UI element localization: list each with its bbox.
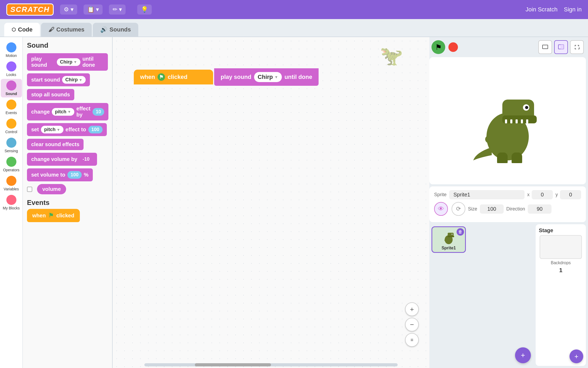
- save-btn[interactable]: 📋 ▾: [84, 5, 103, 15]
- start-sound-name: Chirp: [65, 77, 78, 83]
- right-section: ⚑: [429, 37, 588, 368]
- stop-btn[interactable]: [448, 42, 458, 52]
- block-set-volume[interactable]: set volume to 100 %: [27, 168, 93, 181]
- small-stage-btn[interactable]: [538, 40, 552, 54]
- x-field[interactable]: 0: [532, 190, 553, 199]
- join-scratch-link[interactable]: Join Scratch: [526, 6, 558, 13]
- looks-label: Looks: [6, 73, 16, 77]
- direction-field[interactable]: 90: [528, 204, 552, 214]
- block-event-hat[interactable]: when ⚑ clicked: [27, 209, 80, 222]
- effect-name: pitch: [55, 109, 66, 115]
- sidebar-item-looks[interactable]: Looks: [1, 60, 22, 78]
- h-scrollbar-thumb[interactable]: [195, 363, 271, 366]
- fullscreen-btn[interactable]: [570, 40, 584, 54]
- sidebar-item-operators[interactable]: Operators: [1, 155, 22, 174]
- sign-in-link[interactable]: Sign in: [564, 6, 582, 13]
- zoom-controls: + − ≡: [405, 302, 419, 347]
- sprite1-delete[interactable]: 🗑: [457, 228, 464, 236]
- backdrops-count: 1: [559, 267, 562, 274]
- y-field[interactable]: 0: [560, 190, 581, 199]
- code-sound-block[interactable]: play sound Chirp ▼ until done: [214, 68, 319, 86]
- block-change-effect[interactable]: change pitch ▼ effect by 10: [27, 103, 108, 120]
- h-scrollbar[interactable]: [144, 363, 398, 366]
- block-change-volume[interactable]: change volume by -10: [27, 153, 97, 166]
- show-btn[interactable]: 👁: [434, 202, 448, 216]
- sprite-label: Sprite: [434, 192, 447, 198]
- code-canvas[interactable]: 🦖 when ⚑ clicked play sound Chirp ▼ unti…: [113, 37, 429, 368]
- playback-controls: ⚑: [431, 40, 458, 54]
- size-field[interactable]: 100: [480, 204, 504, 214]
- hat-block[interactable]: when ⚑ clicked: [134, 70, 213, 84]
- sidebar-item-events[interactable]: Events: [1, 98, 22, 116]
- sidebar-item-motion[interactable]: Motion: [1, 41, 22, 59]
- start-sound-pill[interactable]: Chirp ▼: [62, 76, 86, 84]
- block-stop-sounds[interactable]: stop all sounds: [27, 89, 74, 100]
- volume-reporter[interactable]: volume: [37, 184, 66, 194]
- flag-icon: ⚑: [48, 212, 54, 219]
- sound-label: Sound: [6, 92, 17, 96]
- green-flag-btn[interactable]: ⚑: [431, 40, 445, 54]
- costumes-icon: 🖌: [48, 26, 54, 33]
- sound-dot: [6, 80, 16, 91]
- set-effect-arrow: ▼: [57, 128, 60, 132]
- add-sprite-btn[interactable]: +: [515, 347, 531, 363]
- tutorial-btn[interactable]: 💡: [137, 5, 152, 15]
- svg-point-22: [452, 234, 452, 235]
- zoom-in-btn[interactable]: +: [405, 302, 419, 316]
- volume-set-value[interactable]: 100: [67, 171, 82, 179]
- when-text: when: [32, 213, 46, 219]
- tab-costumes[interactable]: 🖌 Costumes: [41, 23, 92, 37]
- tab-costumes-label: Costumes: [56, 26, 84, 33]
- bottom-row: 🗑 Sprite1 + Stage: [429, 224, 586, 366]
- sprite1-thumb[interactable]: 🗑 Sprite1: [431, 226, 466, 253]
- sidebar-item-variables[interactable]: Variables: [1, 174, 22, 193]
- volume-checkbox[interactable]: [27, 187, 32, 192]
- myblocks-label: My Blocks: [3, 206, 20, 210]
- change-vol-text: change volume by: [31, 156, 77, 162]
- events-dot: [6, 100, 16, 110]
- hide-btn[interactable]: ⟳: [452, 202, 465, 216]
- sidebar-item-sensing[interactable]: Sensing: [1, 136, 22, 155]
- sidebar-item-control[interactable]: Control: [1, 117, 22, 136]
- visibility-toggle: 👁 ⟳: [434, 202, 465, 216]
- sprite-name-row: Sprite Sprite1 x 0 y 0: [434, 190, 581, 199]
- effect-value[interactable]: 10: [93, 108, 104, 116]
- set-effect-value[interactable]: 100: [88, 126, 103, 133]
- sidebar-item-myblocks[interactable]: My Blocks: [1, 193, 22, 212]
- block-clear-effects[interactable]: clear sound effects: [27, 139, 84, 150]
- block-event-hat-row: when ⚑ clicked: [27, 209, 108, 222]
- scratch-logo[interactable]: SCRATCH: [6, 3, 54, 16]
- add-backdrop-btn[interactable]: +: [569, 349, 583, 363]
- code-block-stack[interactable]: when ⚑ clicked play sound Chirp ▼ until …: [134, 69, 319, 86]
- stage-view: [429, 57, 586, 184]
- svg-rect-7: [510, 119, 512, 123]
- settings-btn[interactable]: ⚙ ▾: [60, 5, 77, 15]
- size-label: Size: [468, 206, 477, 212]
- block-play-sound-until[interactable]: play sound Chirp ▼ until done: [27, 53, 108, 71]
- zoom-out-btn[interactable]: −: [405, 318, 419, 331]
- variables-label: Variables: [4, 187, 19, 191]
- normal-stage-btn[interactable]: [554, 40, 568, 54]
- sound-name-pill[interactable]: Chirp ▼: [57, 58, 80, 66]
- when-hat-text: when: [140, 74, 155, 80]
- stage-dino-svg: [471, 78, 545, 163]
- code-area[interactable]: 🦖 when ⚑ clicked play sound Chirp ▼ unti…: [113, 37, 429, 368]
- events-section-title: Events: [27, 199, 108, 207]
- volume-change-value[interactable]: -10: [80, 155, 93, 163]
- svg-point-12: [525, 106, 528, 109]
- edit-btn[interactable]: ✏ ▾: [109, 5, 126, 15]
- code-sound-pill[interactable]: Chirp ▼: [254, 72, 282, 82]
- zoom-fit-btn[interactable]: ≡: [405, 333, 419, 347]
- set-effect-pill[interactable]: pitch ▼: [41, 126, 63, 133]
- until-done-text: until done: [82, 56, 104, 68]
- block-start-sound[interactable]: start sound Chirp ▼: [27, 73, 90, 86]
- effect-pill[interactable]: pitch ▼: [52, 108, 74, 116]
- svg-rect-8: [516, 119, 518, 123]
- sprite-name-field[interactable]: Sprite1: [449, 190, 525, 199]
- block-set-effect[interactable]: set pitch ▼ effect to 100: [27, 123, 107, 136]
- operators-dot: [6, 157, 16, 167]
- tab-sounds[interactable]: 🔊 Sounds: [93, 23, 138, 37]
- sidebar-item-sound[interactable]: Sound: [1, 79, 22, 97]
- block-volume-reporter-row: volume: [27, 184, 108, 194]
- tab-code[interactable]: ⬡ Code: [4, 23, 40, 37]
